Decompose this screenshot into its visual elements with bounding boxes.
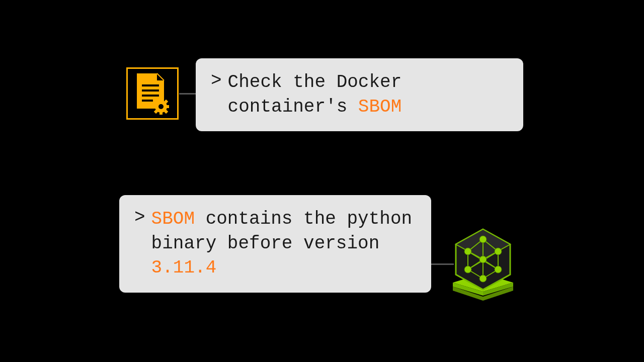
svg-point-31 bbox=[495, 248, 502, 255]
card-2-text: SBOM contains the python binary before v… bbox=[151, 207, 416, 281]
svg-point-32 bbox=[479, 256, 487, 263]
svg-point-29 bbox=[479, 236, 487, 243]
svg-point-33 bbox=[464, 266, 471, 273]
prompt-chevron: > bbox=[211, 70, 222, 119]
svg-point-30 bbox=[464, 248, 471, 255]
svg-rect-7 bbox=[159, 111, 163, 115]
svg-rect-8 bbox=[153, 105, 156, 108]
connector-line bbox=[179, 93, 196, 95]
network-cube-icon bbox=[448, 226, 518, 302]
svg-point-34 bbox=[495, 266, 502, 273]
svg-point-35 bbox=[479, 275, 487, 282]
prompt-chevron: > bbox=[134, 207, 145, 281]
instruction-card-2: > SBOM contains the python binary before… bbox=[119, 195, 431, 293]
svg-point-14 bbox=[158, 104, 164, 109]
document-config-icon bbox=[126, 67, 179, 120]
instruction-card-1: > Check the Docker container's SBOM bbox=[196, 58, 523, 131]
svg-rect-9 bbox=[166, 105, 169, 108]
card-1-text: Check the Docker container's SBOM bbox=[228, 70, 508, 119]
svg-rect-6 bbox=[159, 99, 163, 102]
